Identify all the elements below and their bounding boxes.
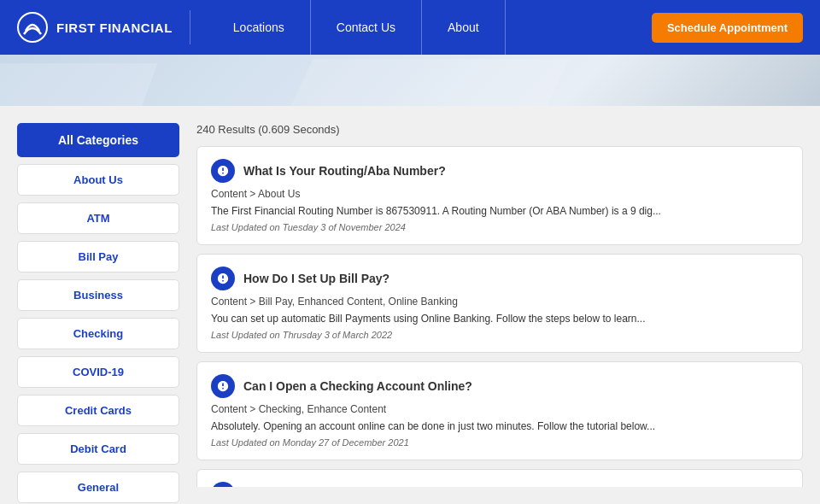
sidebar-item-checking[interactable]: Checking bbox=[17, 318, 179, 349]
result-updated: Last Updated on Tuesday 3 of November 20… bbox=[211, 222, 788, 232]
main-container: All Categories About Us ATM Bill Pay Bus… bbox=[0, 106, 820, 504]
result-icon bbox=[211, 267, 235, 290]
result-updated: Last Updated on Monday 27 of December 20… bbox=[211, 437, 788, 448]
result-title-row: How Do I Sign Up for Direct Deposit? bbox=[211, 482, 788, 487]
nav-link-contact[interactable]: Contact Us bbox=[311, 0, 422, 55]
nav-divider bbox=[190, 10, 190, 44]
result-card[interactable]: How Do I Set Up Bill Pay? Content > Bill… bbox=[196, 254, 803, 353]
nav-links: Locations Contact Us About bbox=[208, 0, 652, 55]
hero-strip bbox=[0, 55, 820, 106]
sidebar-item-business[interactable]: Business bbox=[17, 279, 179, 311]
result-icon bbox=[211, 374, 235, 398]
brand-name: FIRST FINANCIAL bbox=[56, 21, 173, 35]
result-card[interactable]: Can I Open a Checking Account Online? Co… bbox=[196, 361, 803, 460]
results-panel: 240 Results (0.609 Seconds) What Is Your… bbox=[196, 123, 803, 487]
schedule-appointment-button[interactable]: Schedule Appointment bbox=[652, 13, 803, 43]
result-card[interactable]: How Do I Sign Up for Direct Deposit? Con… bbox=[196, 469, 803, 487]
navbar: FIRST FINANCIAL Locations Contact Us Abo… bbox=[0, 0, 820, 55]
result-title-row: How Do I Set Up Bill Pay? bbox=[211, 267, 788, 290]
result-snippet: Absolutely. Opening an account online ca… bbox=[211, 419, 788, 434]
sidebar-item-covid19[interactable]: COVID-19 bbox=[17, 356, 179, 388]
nav-link-about[interactable]: About bbox=[422, 0, 506, 55]
result-card[interactable]: What Is Your Routing/Aba Number? Content… bbox=[196, 146, 803, 245]
sidebar-item-atm[interactable]: ATM bbox=[17, 202, 179, 234]
sidebar: All Categories About Us ATM Bill Pay Bus… bbox=[17, 123, 179, 487]
results-summary: 240 Results (0.609 Seconds) bbox=[196, 123, 803, 136]
result-icon bbox=[211, 482, 235, 487]
result-snippet: The First Financial Routing Number is 86… bbox=[211, 203, 788, 219]
result-snippet: You can set up automatic Bill Payments u… bbox=[211, 311, 788, 326]
sidebar-item-general[interactable]: General bbox=[17, 472, 179, 503]
brand: FIRST FINANCIAL bbox=[17, 12, 173, 43]
sidebar-item-about-us[interactable]: About Us bbox=[17, 164, 179, 196]
nav-link-locations[interactable]: Locations bbox=[208, 0, 311, 55]
all-categories-button[interactable]: All Categories bbox=[17, 123, 179, 157]
result-updated: Last Updated on Thrusday 3 of March 2022 bbox=[211, 330, 788, 340]
result-category: Content > About Us bbox=[211, 188, 788, 200]
result-title-row: Can I Open a Checking Account Online? bbox=[211, 374, 788, 398]
sidebar-item-credit-cards[interactable]: Credit Cards bbox=[17, 395, 179, 426]
result-icon bbox=[211, 159, 235, 183]
result-title: How Do I Set Up Bill Pay? bbox=[243, 272, 390, 285]
sidebar-item-debit-card[interactable]: Debit Card bbox=[17, 433, 179, 465]
result-category: Content > Checking, Enhance Content bbox=[211, 403, 788, 415]
sidebar-item-bill-pay[interactable]: Bill Pay bbox=[17, 241, 179, 273]
result-title: Can I Open a Checking Account Online? bbox=[243, 379, 472, 393]
result-title: What Is Your Routing/Aba Number? bbox=[243, 164, 446, 178]
result-category: Content > Bill Pay, Enhanced Content, On… bbox=[211, 296, 788, 308]
result-title-row: What Is Your Routing/Aba Number? bbox=[211, 159, 788, 183]
brand-icon bbox=[17, 12, 48, 43]
